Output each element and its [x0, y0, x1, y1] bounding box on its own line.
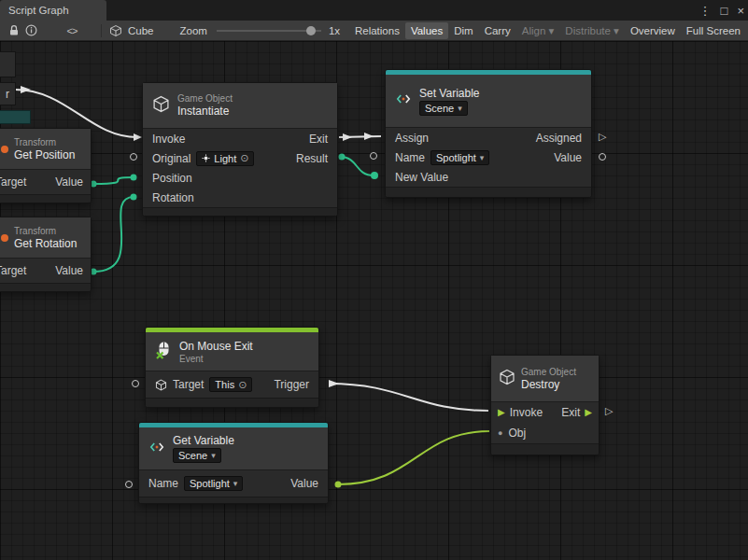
node-destroy[interactable]: Game Object Destroy ▶ Invoke Exit ▶ ● Ob…: [490, 355, 600, 455]
port-label-value: Value: [290, 477, 318, 490]
toolbar-button-dim[interactable]: Dim: [448, 22, 478, 39]
node-category: Transform: [14, 226, 77, 236]
node-instantiate[interactable]: Game Object Instantiate Invoke Exit Orig…: [142, 82, 338, 217]
tab-strip: Script Graph ⋮ □ ×: [0, 0, 748, 21]
wire-arrowhead: [343, 133, 352, 141]
scope-value: Scene: [425, 103, 454, 114]
port-label-value: Value: [55, 175, 83, 189]
maximize-icon[interactable]: □: [721, 4, 728, 18]
zoom-slider[interactable]: [217, 30, 321, 32]
chevron-down-icon: ▾: [233, 479, 238, 488]
variable-name-value: Spotlight: [190, 478, 230, 489]
port-label-value: Value: [554, 151, 582, 164]
node-title: Destroy: [521, 378, 576, 391]
port-exit-output[interactable]: ▷: [605, 406, 613, 416]
graph-target[interactable]: Cube: [107, 22, 154, 39]
node-on-mouse-exit[interactable]: On Mouse Exit Event Target This ⊙ Trigge…: [145, 327, 319, 408]
info-icon[interactable]: [22, 22, 39, 39]
node-title: Get Rotation: [14, 237, 77, 250]
target-name-label: Cube: [128, 25, 154, 36]
port-target-input[interactable]: [132, 380, 139, 387]
variable-scope-dropdown[interactable]: Scene ▾: [419, 101, 468, 116]
variable-icon: [395, 91, 412, 111]
node-fragment[interactable]: [0, 110, 31, 124]
port-assigned-output[interactable]: ▷: [599, 132, 606, 142]
port-label-position: Position: [152, 172, 192, 185]
node-footer: [139, 497, 328, 503]
node-title: Get Variable: [173, 434, 234, 447]
node-category: Transform: [14, 137, 75, 147]
graph-canvas[interactable]: r Transform Get Position Target Value Tr…: [0, 41, 748, 560]
node-title: Get Position: [14, 148, 75, 161]
node-footer: [0, 283, 91, 291]
node-subtitle: Event: [179, 354, 253, 364]
toolbar-button-align[interactable]: Align ▾: [516, 21, 560, 40]
wire-layer: [0, 41, 748, 560]
object-field-light[interactable]: Light ⊙: [196, 151, 254, 166]
variable-name-dropdown[interactable]: Spotlight ▾: [430, 150, 489, 165]
port-value-output[interactable]: [599, 153, 606, 161]
port-label-target: Target: [0, 175, 26, 189]
wire-arrowhead: [329, 380, 339, 387]
code-icon[interactable]: <>: [64, 22, 80, 39]
cube-icon: [107, 22, 124, 39]
port-label-target: Target: [173, 378, 204, 391]
node-set-variable[interactable]: Set Variable Scene ▾ Assign Assigned Nam…: [385, 69, 592, 198]
wire-value-position[interactable]: [93, 177, 134, 184]
toolbar-button-carry[interactable]: Carry: [479, 22, 516, 39]
node-get-rotation[interactable]: Transform Get Rotation Target Value: [0, 217, 92, 292]
port-position-input[interactable]: [131, 175, 137, 181]
tab-script-graph[interactable]: Script Graph: [0, 0, 106, 21]
wire-flow-trigger-invoke[interactable]: [329, 384, 488, 411]
zoom-slider-handle[interactable]: [306, 26, 316, 35]
toolbar-button-values[interactable]: Values: [405, 22, 448, 39]
port-result-output[interactable]: [339, 154, 346, 161]
window-controls: ⋮ □ ×: [699, 0, 744, 21]
port-rotation-input[interactable]: [131, 194, 137, 201]
port-label-exit: Exit: [561, 406, 580, 419]
toolbar-button-relations[interactable]: Relations: [349, 22, 405, 39]
wire-value-result[interactable]: [340, 157, 374, 175]
object-picker-icon[interactable]: ⊙: [240, 152, 248, 164]
zoom-label: Zoom: [180, 25, 207, 36]
object-picker-icon[interactable]: ⊙: [238, 379, 247, 391]
node-category: Game Object: [521, 367, 576, 377]
toolbar-button-overview[interactable]: Overview: [625, 22, 681, 39]
close-icon[interactable]: ×: [737, 4, 744, 18]
variable-scope-dropdown[interactable]: Scene ▾: [173, 448, 221, 463]
port-variable-value-output[interactable]: [335, 482, 342, 488]
port-name-input[interactable]: [125, 481, 133, 488]
port-label-obj: Obj: [508, 427, 526, 440]
node-get-position[interactable]: Transform Get Position Target Value: [0, 128, 92, 203]
variable-name-dropdown[interactable]: Spotlight ▾: [184, 476, 243, 491]
wire-arrowhead: [21, 86, 31, 93]
node-footer: [143, 207, 337, 216]
object-field-value: Light: [214, 153, 236, 164]
toolbar-button-distribute[interactable]: Distribute ▾: [559, 21, 625, 40]
graph-toolbar: <> Cube Zoom 1x Relations Values Dim Car…: [0, 21, 748, 41]
node-fragment[interactable]: r: [0, 82, 16, 105]
port-original-input[interactable]: [130, 153, 137, 161]
chevron-down-icon: ▾: [211, 451, 216, 460]
toolbar-button-fullscreen[interactable]: Full Screen: [681, 22, 746, 39]
node-fragment[interactable]: [0, 51, 16, 77]
zoom-value: 1x: [329, 25, 340, 36]
object-field-this[interactable]: This ⊙: [209, 377, 252, 392]
variable-name-value: Spotlight: [436, 152, 476, 163]
port-dot-icon: ●: [498, 428, 502, 438]
node-footer: [491, 443, 599, 455]
port-name-input[interactable]: [370, 152, 377, 160]
port-label-result: Result: [296, 152, 328, 165]
toolbar-separator: [101, 24, 102, 37]
kebab-menu-icon[interactable]: ⋮: [699, 4, 712, 18]
lock-icon[interactable]: [6, 22, 22, 39]
port-label-name: Name: [395, 151, 425, 164]
node-get-variable[interactable]: Get Variable Scene ▾ Name Spotlight ▾ Va…: [138, 422, 329, 504]
wire-arrowhead: [134, 133, 142, 141]
node-title: On Mouse Exit: [179, 340, 253, 353]
port-label-assign: Assign: [395, 132, 429, 145]
port-newvalue-input[interactable]: [371, 172, 378, 179]
node-footer: [386, 187, 591, 197]
wire-value-rotation[interactable]: [93, 197, 134, 272]
wire-value-variable-obj[interactable]: [338, 431, 489, 484]
